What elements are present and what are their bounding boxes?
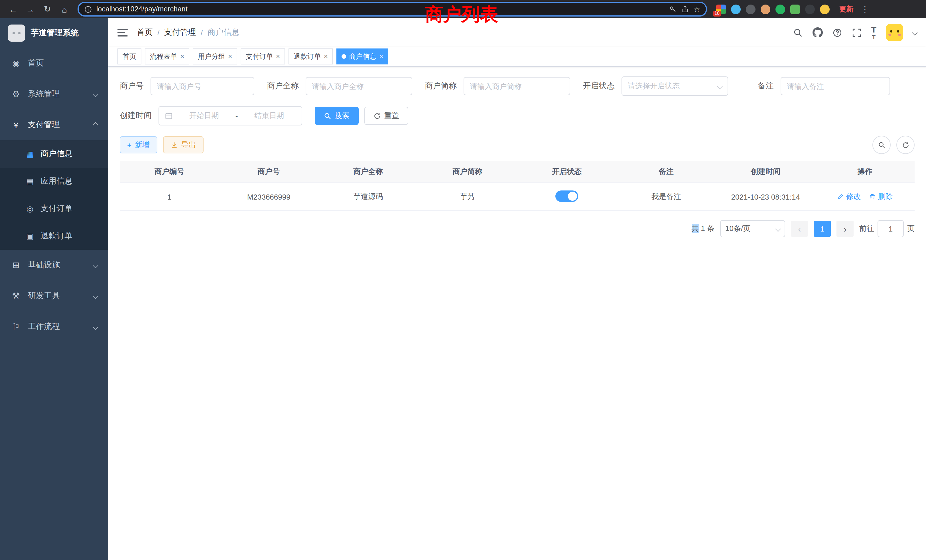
pagination-total: 共 1 条 [691,224,714,234]
sidebar-item-devtools[interactable]: ⚒ 研发工具 [0,281,108,311]
avatar-caret-icon[interactable] [912,30,918,35]
status-select[interactable]: 请选择开启状态 [622,76,728,96]
close-icon[interactable]: × [276,53,280,60]
extension-pin-icon[interactable] [805,4,815,14]
extension-drop-icon[interactable] [731,4,741,14]
toggle-search-button[interactable] [872,136,891,154]
cell-index: 1 [120,192,219,201]
merchant-no-input[interactable] [151,77,254,95]
app-logo-row[interactable]: 芋道管理系统 [0,18,108,48]
github-icon[interactable] [813,27,823,38]
remark-input[interactable] [781,77,890,95]
annotation-merchant-list: 商户列表 [425,2,498,27]
page-1-button[interactable]: 1 [814,221,831,237]
search-icon[interactable] [793,28,803,37]
home-icon[interactable]: ⌂ [57,2,72,17]
refresh-icon [902,141,909,148]
page-size-select[interactable]: 10条/页 [720,220,785,237]
tab-merchant-info[interactable]: 商户信息 × [336,48,388,64]
calendar-icon [165,112,173,120]
app-title: 芋道管理系统 [31,28,79,38]
sidebar-item-home[interactable]: ◉ 首页 [0,48,108,79]
reset-button[interactable]: 重置 [365,107,408,125]
key-icon[interactable] [669,5,677,13]
sidebar-item-payment[interactable]: ¥ 支付管理 [0,109,108,140]
help-icon[interactable] [832,28,842,37]
short-name-input[interactable] [464,77,570,95]
tab-pay-order[interactable]: 支付订单 × [241,48,285,64]
sidebar-item-pay-order[interactable]: ◎ 支付订单 [0,195,108,222]
reload-icon[interactable]: ↻ [40,2,55,17]
close-icon[interactable]: × [379,53,383,60]
sidebar-item-infrastructure[interactable]: ⊞ 基础设施 [0,250,108,281]
export-button[interactable]: 导出 [163,136,203,153]
create-time-range-picker[interactable]: 开始日期 - 结束日期 [159,106,302,126]
extension-green-circle-icon[interactable] [775,4,785,14]
sidebar-item-refund-order[interactable]: ▣ 退款订单 [0,222,108,250]
close-icon[interactable]: × [180,53,184,60]
fullscreen-icon[interactable] [852,28,862,37]
full-name-input[interactable] [306,77,412,95]
sidebar-item-app-info[interactable]: ▤ 应用信息 [0,168,108,195]
tab-refund-order[interactable]: 退款订单 × [289,48,333,64]
chevron-down-icon [775,226,781,232]
browser-update-button[interactable]: 更新 [839,4,853,14]
extension-grid-icon[interactable]: 10 [716,4,726,14]
extension-avatar-icon[interactable] [761,4,770,14]
user-avatar[interactable] [886,24,903,41]
prev-page-button[interactable]: ‹ [791,221,808,237]
search-button[interactable]: 搜索 [315,107,359,125]
close-icon[interactable]: × [228,53,232,60]
sidebar-item-merchant-info[interactable]: ▦ 商户信息 [0,140,108,168]
sidebar-item-workflow[interactable]: ⚐ 工作流程 [0,311,108,342]
delete-link[interactable]: 删除 [869,192,893,202]
share-icon[interactable] [682,5,689,13]
tab-home[interactable]: 首页 [118,48,141,64]
merchant-no-label: 商户号 [120,81,144,91]
chevron-down-icon [93,91,98,97]
table-row: 1 M233666999 芋道源码 芋艿 我是备注 2021-10-23 08:… [120,183,915,211]
next-page-button[interactable]: › [837,221,853,237]
url-bar[interactable]: localhost:1024/pay/merchant ☆ [77,2,707,17]
breadcrumb-home[interactable]: 首页 [137,27,153,38]
breadcrumb: 首页 / 支付管理 / 商户信息 [137,27,239,38]
cell-short-name: 芋艿 [418,192,517,202]
remark-label: 备注 [758,81,774,91]
sidebar-toggle-icon[interactable] [118,29,128,36]
tab-process-form[interactable]: 流程表单 × [145,48,189,64]
sidebar-item-label: 系统管理 [28,89,60,99]
info-icon[interactable] [85,5,92,13]
goto-page-input[interactable] [878,220,904,237]
gear-icon: ⚙ [11,89,21,99]
extension-green-doc-icon[interactable] [790,4,800,14]
refresh-table-button[interactable] [896,136,915,154]
back-icon[interactable]: ← [6,2,21,17]
merchant-table: 商户编号 商户号 商户全称 商户简称 开启状态 备注 创建时间 操作 1 M23… [120,161,915,211]
cell-full-name: 芋道源码 [318,192,418,202]
edit-link[interactable]: 修改 [837,192,861,202]
yen-icon: ¥ [11,120,21,130]
close-icon[interactable]: × [324,53,328,60]
status-toggle[interactable] [555,190,578,201]
forward-icon[interactable]: → [23,2,38,17]
browser-menu-icon[interactable]: ⋮ [861,5,869,14]
extension-smiley-icon[interactable] [820,4,830,14]
add-button[interactable]: + 新增 [120,136,157,153]
tab-user-group[interactable]: 用户分组 × [193,48,237,64]
breadcrumb-payment[interactable]: 支付管理 [164,27,196,38]
cell-create-time: 2021-10-23 08:31:14 [716,192,816,201]
filter-row-2: 创建时间 开始日期 - 结束日期 搜索 重置 [120,106,915,126]
chevron-up-icon [93,122,98,128]
font-size-icon[interactable]: TT [871,24,876,41]
extension-dark-icon[interactable] [746,4,755,14]
bookmark-star-icon[interactable]: ☆ [694,5,700,14]
chevron-down-icon [93,324,98,330]
extension-badge: 10 [713,11,721,16]
pagination: 共 1 条 10条/页 ‹ 1 › 前往 页 [120,220,915,237]
sidebar-item-label: 应用信息 [41,176,73,186]
sidebar-item-system[interactable]: ⚙ 系统管理 [0,79,108,109]
card-icon: ▦ [25,150,35,159]
sidebar-item-label: 退款订单 [41,231,73,241]
sidebar-item-label: 首页 [28,58,44,68]
download-icon [170,141,178,148]
